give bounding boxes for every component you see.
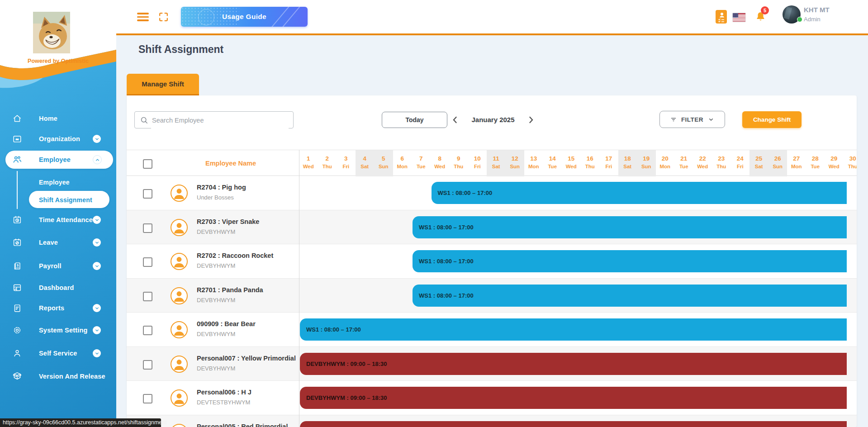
shift-bar[interactable]: WS1 : 08:00 – 17:00 <box>300 318 847 341</box>
shift-card: Today January 2025 FILTER Change Shift <box>127 95 857 427</box>
month-label: January 2025 <box>461 116 525 123</box>
sidebar: Powered by Optimistic HomeOrganizationEm… <box>0 0 116 427</box>
sidebar-item-label: Reports <box>39 304 64 312</box>
row-checkbox[interactable] <box>143 326 152 335</box>
employee-department: DEVBYHWYM <box>197 331 235 337</box>
link-preview-statusbar: https://gray-sky-09c66cd00.5.azurestatic… <box>0 418 161 427</box>
employee-name-column-header: Employee Name <box>181 160 280 167</box>
avatar-photo <box>784 7 792 19</box>
shift-bar[interactable]: WS1 : 08:00 – 17:00 <box>413 250 847 272</box>
row-checkbox[interactable] <box>143 189 152 199</box>
user-role: Admin <box>804 16 821 23</box>
sidebar-item-label: Employee <box>39 156 71 163</box>
sidebar-item-payroll[interactable]: $Payroll <box>0 257 116 275</box>
chevron-up-icon[interactable] <box>93 155 102 164</box>
chevron-down-icon[interactable] <box>93 238 101 247</box>
powered-by-text: Powered by Optimistic <box>0 58 116 64</box>
chevron-down-icon[interactable] <box>93 135 101 143</box>
package-icon <box>12 371 22 381</box>
change-shift-button[interactable]: Change Shift <box>742 111 802 128</box>
shift-bar[interactable]: DEVBYHWYM : 09:00 – 18:30 <box>300 421 847 427</box>
select-all-checkbox[interactable] <box>143 159 152 169</box>
person-icon <box>12 348 22 358</box>
leave-icon <box>12 237 22 247</box>
table-row: R2704 : Pig hogUnder BossesWS1 : 08:00 –… <box>127 176 857 210</box>
search-employee-input[interactable] <box>151 112 289 128</box>
sidebar-subitem-shift-assignment[interactable]: Shift Assignment <box>0 192 116 208</box>
employee-department: DEVTESTBYHWYM <box>197 399 250 406</box>
day-header-cell: 11Sat <box>487 150 506 176</box>
sidebar-item-time-attendance[interactable]: Time Attendance <box>0 211 116 229</box>
employee-handbook-icon[interactable] <box>716 10 727 24</box>
sidebar-subitem-employee[interactable]: Employee <box>0 174 116 190</box>
sidebar-item-system-setting[interactable]: System Setting <box>0 321 116 339</box>
day-header-cell: 10Fri <box>468 150 487 176</box>
employee-name: R2703 : Viper Snake <box>197 218 259 225</box>
gear-icon <box>12 325 22 335</box>
day-header-cell: 13Mon <box>524 150 543 176</box>
table-row: 090909 : Bear BearDEVBYHWYMWS1 : 08:00 –… <box>127 313 857 347</box>
chevron-down-icon[interactable] <box>93 216 101 224</box>
fullscreen-icon[interactable] <box>158 11 169 23</box>
chevron-down-icon[interactable] <box>93 349 101 357</box>
search-icon <box>140 116 148 124</box>
next-month-icon[interactable] <box>526 114 536 125</box>
time-attendance-icon <box>12 215 22 225</box>
shift-bar[interactable]: WS1 : 08:00 – 17:00 <box>413 216 847 238</box>
hamburger-menu-icon[interactable] <box>137 13 149 21</box>
sidebar-item-label: Payroll <box>39 262 62 270</box>
sidebar-item-leave[interactable]: Leave <box>0 233 116 251</box>
row-checkbox[interactable] <box>143 394 152 403</box>
language-flag-us[interactable] <box>733 13 745 22</box>
shift-bar[interactable]: WS1 : 08:00 – 17:00 <box>432 182 847 204</box>
row-checkbox[interactable] <box>143 292 152 301</box>
day-header-cell: 2Thu <box>318 150 337 176</box>
employee-department: DEVBYHWYM <box>197 228 235 235</box>
app-logo-dog <box>33 12 70 53</box>
shift-bar[interactable]: DEVBYHWYM : 09:00 – 18:30 <box>300 353 847 375</box>
shift-bar[interactable]: DEVBYHWYM : 09:00 – 18:30 <box>300 387 847 409</box>
search-employee-field[interactable] <box>134 111 294 128</box>
chevron-down-icon[interactable] <box>93 326 101 334</box>
day-header-cell: 16Thu <box>581 150 600 176</box>
day-header-cell: 29Wed <box>825 150 844 176</box>
sidebar-item-self-service[interactable]: Self Service <box>0 344 116 362</box>
sidebar-item-dashboard[interactable]: Dashboard <box>0 279 116 297</box>
sidebar-item-home[interactable]: Home <box>0 109 116 128</box>
sidebar-item-version-and-release[interactable]: Version And Release <box>0 367 116 385</box>
day-header-cell: 7Tue <box>412 150 431 176</box>
employee-avatar <box>171 185 188 202</box>
usage-guide-button[interactable]: Usage Guide <box>181 7 308 27</box>
payroll-icon: $ <box>12 261 22 271</box>
row-checkbox[interactable] <box>143 360 152 370</box>
usage-guide-stripe-decor <box>271 7 290 27</box>
organization-icon <box>12 134 22 144</box>
today-button[interactable]: Today <box>382 112 447 128</box>
page-title: Shift Assignment <box>138 43 223 56</box>
topbar: Usage Guide 5 KHT MT Admin <box>116 0 868 35</box>
sidebar-item-organization[interactable]: Organization <box>0 130 116 148</box>
employee-days-divider <box>299 150 299 427</box>
sidebar-item-reports[interactable]: Reports <box>0 299 116 317</box>
row-checkbox[interactable] <box>143 257 152 267</box>
tab-manage-shift[interactable]: Manage Shift <box>127 74 199 95</box>
filter-button[interactable]: FILTER <box>659 111 725 128</box>
day-header-cell: 19Sun <box>637 150 656 176</box>
sidebar-subitem-label: Shift Assignment <box>39 196 92 204</box>
schedule-table-header: Employee Name 1Wed2Thu3Fri4Sat5Sun6Mon7T… <box>127 150 857 176</box>
filter-funnel-icon <box>670 116 677 123</box>
day-header-cell: 9Thu <box>449 150 468 176</box>
previous-month-icon[interactable] <box>450 114 460 125</box>
shift-bar[interactable]: WS1 : 08:00 – 17:00 <box>413 285 847 307</box>
chevron-down-icon[interactable] <box>93 304 101 312</box>
svg-text:$: $ <box>17 264 19 267</box>
chevron-down-icon[interactable] <box>93 262 101 270</box>
sidebar-item-label: Self Service <box>39 350 77 357</box>
sidebar-item-label: System Setting <box>39 327 88 334</box>
row-checkbox[interactable] <box>143 223 152 233</box>
dashboard-icon <box>12 283 22 293</box>
sidebar-item-employee[interactable]: Employee <box>0 151 116 169</box>
employee-department: DEVBYHWYM <box>197 297 235 304</box>
day-header-cell: 22Wed <box>693 150 712 176</box>
employees-icon <box>12 155 22 165</box>
